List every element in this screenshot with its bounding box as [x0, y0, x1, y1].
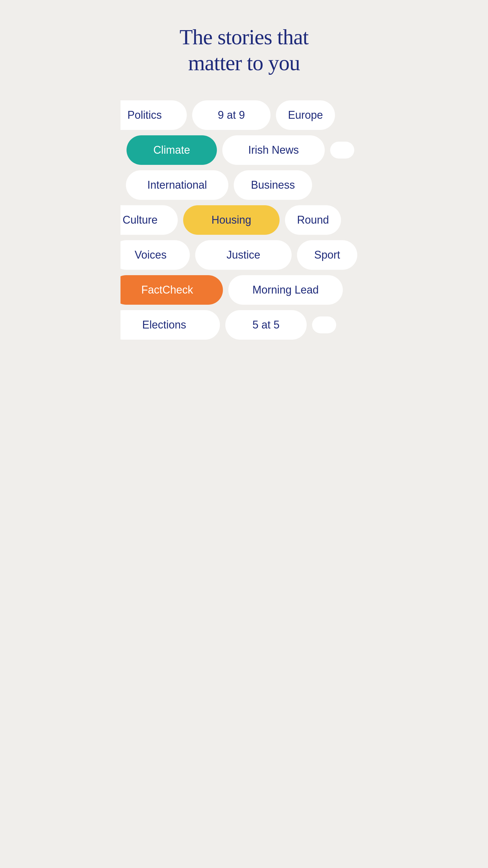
tags-row-2: Climate Irish News [121, 135, 367, 165]
tag-justice[interactable]: Justice [195, 240, 292, 270]
tag-9at9[interactable]: 9 at 9 [192, 100, 270, 130]
tag-partial-right-7[interactable] [312, 316, 336, 333]
tag-culture[interactable]: Culture [121, 205, 178, 235]
tags-row-4: Culture Housing Round [121, 205, 367, 235]
tag-irish-news[interactable]: Irish News [222, 135, 325, 165]
tags-row-7: Elections 5 at 5 [121, 310, 367, 340]
tags-row-3: International Business [121, 170, 367, 200]
tag-roundup[interactable]: Round [285, 205, 341, 235]
tag-factcheck[interactable]: FactCheck [121, 275, 223, 305]
tag-international[interactable]: International [126, 170, 228, 200]
tags-row-5: Voices Justice Sport [121, 240, 367, 270]
tag-climate[interactable]: Climate [127, 135, 217, 165]
tag-partial-right-2[interactable] [330, 142, 354, 158]
tag-europe[interactable]: Europe [276, 100, 335, 130]
tag-business[interactable]: Business [234, 170, 312, 200]
tag-5at5[interactable]: 5 at 5 [225, 310, 307, 340]
tag-voices[interactable]: Voices [121, 240, 190, 270]
tag-politics[interactable]: Politics [121, 100, 187, 130]
hero-section: The stories that matter to you [121, 0, 367, 94]
page-container: The stories that matter to you Politics … [121, 0, 367, 363]
tag-housing[interactable]: Housing [183, 205, 280, 235]
tag-elections[interactable]: Elections [121, 310, 220, 340]
hero-title: The stories that matter to you [133, 24, 355, 76]
tags-grid: Politics 9 at 9 Europe Climate Irish New… [121, 94, 367, 363]
tags-row-6: FactCheck Morning Lead [121, 275, 367, 305]
tag-sport[interactable]: Sport [297, 240, 357, 270]
tag-morning-lead[interactable]: Morning Lead [228, 275, 343, 305]
tags-row-1: Politics 9 at 9 Europe [121, 100, 367, 130]
